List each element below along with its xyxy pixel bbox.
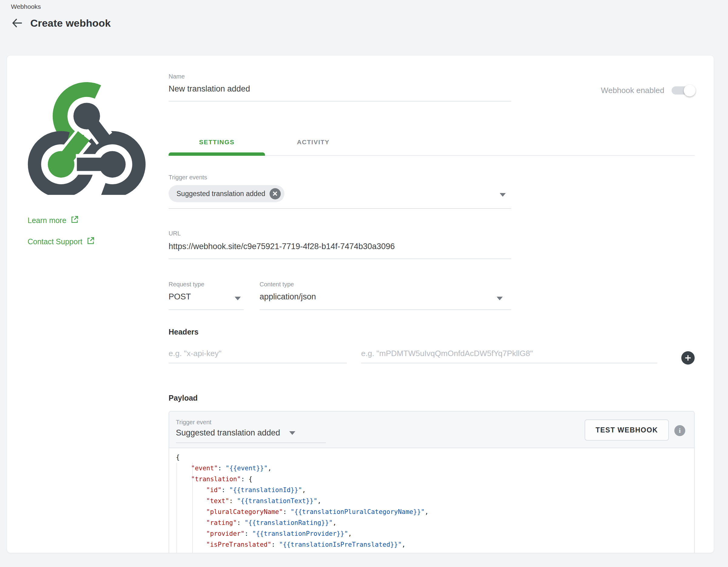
code-line: { <box>176 452 694 463</box>
webhook-enabled-toggle[interactable]: Webhook enabled <box>601 86 695 95</box>
code-line: "createdAt": "{{translationCreatedAt}}", <box>176 550 694 553</box>
chip-remove-icon[interactable] <box>270 188 281 200</box>
chevron-down-icon[interactable] <box>235 297 241 300</box>
chevron-down-icon[interactable] <box>289 431 295 435</box>
tab-activity[interactable]: ACTIVITY <box>265 129 361 155</box>
header-row <box>169 344 695 365</box>
info-icon[interactable]: i <box>674 425 685 436</box>
url-label: URL <box>169 230 511 237</box>
code-line: "text": "{{translationText}}", <box>176 495 694 506</box>
code-line: "pluralCategoryName": "{{translationPlur… <box>176 506 694 517</box>
webhook-card: Learn more Contact Support Name New tran… <box>7 55 714 553</box>
webhook-enabled-label: Webhook enabled <box>601 86 664 95</box>
external-link-icon <box>71 216 79 225</box>
request-type-label: Request type <box>169 281 244 288</box>
header-value-input[interactable] <box>361 344 657 363</box>
trigger-event-chip[interactable]: Suggested translation added <box>169 185 284 202</box>
tab-activity-label: ACTIVITY <box>297 139 330 146</box>
name-input[interactable]: New translation added <box>169 84 511 102</box>
trigger-events-value[interactable]: Suggested translation added <box>169 185 511 209</box>
page-title: Create webhook <box>30 17 111 29</box>
payload-heading: Payload <box>169 394 198 402</box>
name-field[interactable]: Name New translation added <box>169 73 511 102</box>
learn-more-link[interactable]: Learn more <box>28 216 79 225</box>
test-webhook-button[interactable]: TEST WEBHOOK <box>585 419 669 441</box>
header-key-input[interactable] <box>169 344 347 363</box>
content-type-label: Content type <box>260 281 511 288</box>
tab-active-indicator <box>169 153 265 156</box>
url-input[interactable]: https://webhook.site/c9e75921-7719-4f28-… <box>169 242 511 259</box>
webhook-logo <box>28 77 146 195</box>
code-line: "isPreTranslated": "{{translationIsPreTr… <box>176 539 694 550</box>
code-line: "rating": "{{translationRating}}", <box>176 517 694 528</box>
name-label: Name <box>169 73 511 80</box>
chip-label: Suggested translation added <box>176 190 265 198</box>
breadcrumb[interactable]: Webhooks <box>11 3 41 10</box>
page-header: Create webhook <box>11 17 111 29</box>
tab-settings-label: SETTINGS <box>199 139 234 146</box>
payload-panel-header: Trigger event Suggested translation adde… <box>169 411 694 448</box>
tab-bar: SETTINGS ACTIVITY <box>169 129 695 156</box>
url-field[interactable]: URL https://webhook.site/c9e75921-7719-4… <box>169 230 511 259</box>
contact-support-label: Contact Support <box>28 237 82 246</box>
payload-trigger-event-label: Trigger event <box>176 419 326 426</box>
trigger-events-label: Trigger events <box>169 174 511 181</box>
headers-heading: Headers <box>169 327 199 336</box>
payload-code[interactable]: {"event": "{{event}}","translation": {"i… <box>169 448 694 553</box>
back-arrow-icon[interactable] <box>11 17 23 29</box>
external-link-icon <box>87 237 95 247</box>
learn-more-label: Learn more <box>28 216 66 225</box>
form-column: Name New translation added Webhook enabl… <box>169 55 695 553</box>
code-line: "event": "{{event}}", <box>176 463 694 474</box>
content-type-select[interactable]: Content type application/json <box>260 281 511 310</box>
code-line: "provider": "{{translationProvider}}", <box>176 528 694 539</box>
payload-trigger-event-select[interactable]: Trigger event Suggested translation adde… <box>176 419 326 443</box>
add-header-button[interactable] <box>681 351 695 364</box>
chevron-down-icon[interactable] <box>497 297 503 300</box>
payload-trigger-event-value: Suggested translation added <box>176 428 280 438</box>
contact-support-link[interactable]: Contact Support <box>28 237 95 247</box>
code-line: "translation": { <box>176 474 694 485</box>
code-line: "id": "{{translationId}}", <box>176 485 694 495</box>
toggle-track[interactable] <box>672 86 695 95</box>
tab-settings[interactable]: SETTINGS <box>169 129 265 155</box>
trigger-events-select[interactable]: Trigger events Suggested translation add… <box>169 174 511 209</box>
request-type-select[interactable]: Request type POST <box>169 281 244 310</box>
request-type-value[interactable]: POST <box>169 292 244 310</box>
payload-panel: Trigger event Suggested translation adde… <box>169 411 695 553</box>
toggle-thumb[interactable] <box>684 85 696 96</box>
chevron-down-icon[interactable] <box>500 193 506 197</box>
content-type-value[interactable]: application/json <box>260 292 511 310</box>
